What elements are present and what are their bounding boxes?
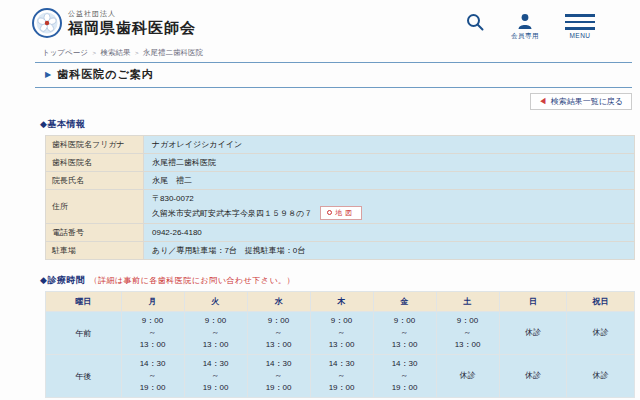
director-name-value: 永尾 禮二	[144, 172, 634, 189]
table-row: 院長氏名 永尾 禮二	[46, 172, 634, 189]
table-row: 歯科医院名フリガナ ナガオレイジシカイイン	[46, 136, 634, 153]
breadcrumb-separator: ＞	[133, 49, 140, 56]
hours-am-row: 午前 9：00 ～ 13：00 9：00 ～ 13：00 9：00 ～ 13：0…	[46, 312, 634, 354]
site-logo[interactable]: 公益社団法人 福岡県歯科医師会	[32, 8, 196, 38]
pm-sat: 休診	[437, 355, 499, 397]
row-label-director: 院長氏名	[46, 172, 143, 189]
am-wed: 9：00 ～ 13：00	[248, 312, 310, 354]
col-holiday: 祝日	[567, 292, 634, 311]
site-header: 公益社団法人 福岡県歯科医師会 会員専用 MENU	[0, 0, 640, 46]
pm-holiday: 休診	[567, 355, 634, 397]
basic-info-table: 歯科医院名フリガナ ナガオレイジシカイイン 歯科医院名 永尾禮二歯科医院 院長氏…	[45, 135, 635, 260]
hours-pm-row: 午後 14：30 ～ 19：00 14：30 ～ 19：00 14：30 ～ 1…	[46, 355, 634, 397]
org-type-label: 公益社団法人	[68, 9, 196, 19]
slot-pm-label: 午後	[46, 355, 121, 397]
clinic-furigana-value: ナガオレイジシカイイン	[144, 136, 634, 153]
am-sun: 休診	[500, 312, 567, 354]
hours-note: （詳細は事前に各歯科医院にお問い合わせ下さい。）	[89, 276, 295, 285]
hours-heading: ◆診療時間（詳細は事前に各歯科医院にお問い合わせ下さい。）	[40, 274, 640, 287]
am-tue: 9：00 ～ 13：00	[185, 312, 247, 354]
page-title: 歯科医院のご案内	[57, 67, 154, 82]
member-area-label: 会員専用	[511, 32, 539, 41]
pm-tue: 14：30 ～ 19：00	[185, 355, 247, 397]
row-label-furigana: 歯科医院名フリガナ	[46, 136, 143, 153]
back-to-results-button[interactable]: ◀ 検索結果一覧に戻る	[530, 93, 632, 110]
row-label-phone: 電話番号	[46, 224, 143, 241]
breadcrumb-separator: ＞	[91, 49, 98, 56]
col-tue: 火	[185, 292, 247, 311]
map-button[interactable]: 地図	[320, 206, 362, 220]
am-fri: 9：00 ～ 13：00	[374, 312, 436, 354]
back-to-results-label: 検索結果一覧に戻る	[551, 96, 623, 107]
table-row: 歯科医院名 永尾禮二歯科医院	[46, 154, 634, 171]
breadcrumb-home-link[interactable]: トップページ	[42, 48, 88, 57]
col-mon: 月	[122, 292, 184, 311]
address-value: 久留米市安武町安武本字今泉四１５９８の７	[152, 208, 312, 217]
pm-thu: 14：30 ～ 19：00	[311, 355, 373, 397]
parking-value: あり／専用駐車場：7台 提携駐車場：0台	[144, 242, 634, 259]
breadcrumb: トップページ＞検索結果＞永尾禮二歯科医院	[0, 46, 640, 62]
row-label-clinic-name: 歯科医院名	[46, 154, 143, 171]
table-row: 駐車場 あり／専用駐車場：7台 提携駐車場：0台	[46, 242, 634, 259]
col-sat: 土	[437, 292, 499, 311]
pm-sun: 休診	[500, 355, 567, 397]
phone-number-value: 0942-26-4180	[144, 224, 634, 241]
col-thu: 木	[311, 292, 373, 311]
org-name: 福岡県歯科医師会	[68, 19, 196, 38]
breadcrumb-current: 永尾禮二歯科医院	[143, 48, 203, 57]
hours-header-row: 曜日 月 火 水 木 金 土 日 祝日	[46, 292, 634, 311]
am-thu: 9：00 ～ 13：00	[311, 312, 373, 354]
col-sun: 日	[500, 292, 567, 311]
title-arrow-icon: ▶	[45, 70, 51, 79]
am-holiday: 休診	[567, 312, 634, 354]
col-wed: 水	[248, 292, 310, 311]
row-label-address: 住所	[46, 190, 143, 223]
map-marker-icon	[327, 210, 332, 215]
search-icon	[465, 12, 485, 32]
slot-am-label: 午前	[46, 312, 121, 354]
postal-code: 〒830-0072	[152, 193, 626, 206]
table-row: 住所 〒830-0072 久留米市安武町安武本字今泉四１５９８の７地図	[46, 190, 634, 223]
hours-table: 曜日 月 火 水 木 金 土 日 祝日 午前 9：00 ～ 13：00 9：00…	[45, 291, 635, 398]
row-label-parking: 駐車場	[46, 242, 143, 259]
pm-mon: 14：30 ～ 19：00	[122, 355, 184, 397]
hamburger-icon	[565, 12, 595, 30]
col-fri: 金	[374, 292, 436, 311]
menu-button[interactable]: MENU	[565, 12, 595, 39]
person-icon	[516, 12, 534, 30]
breadcrumb-search-results-link[interactable]: 検索結果	[100, 48, 130, 57]
am-mon: 9：00 ～ 13：00	[122, 312, 184, 354]
member-area-button[interactable]: 会員専用	[511, 12, 539, 41]
pm-fri: 14：30 ～ 19：00	[374, 355, 436, 397]
menu-label: MENU	[569, 32, 590, 39]
back-arrow-icon: ◀	[539, 96, 547, 107]
page-title-bar: ▶ 歯科医院のご案内	[35, 62, 632, 88]
basic-info-heading: ◆基本情報	[40, 118, 640, 131]
col-day: 曜日	[46, 292, 121, 311]
search-button[interactable]	[465, 12, 485, 32]
association-emblem-icon	[32, 8, 62, 38]
map-button-label: 地図	[335, 208, 355, 218]
pm-wed: 14：30 ～ 19：00	[248, 355, 310, 397]
clinic-name-value: 永尾禮二歯科医院	[144, 154, 634, 171]
am-sat: 9：00 ～ 13：00	[437, 312, 499, 354]
table-row: 電話番号 0942-26-4180	[46, 224, 634, 241]
